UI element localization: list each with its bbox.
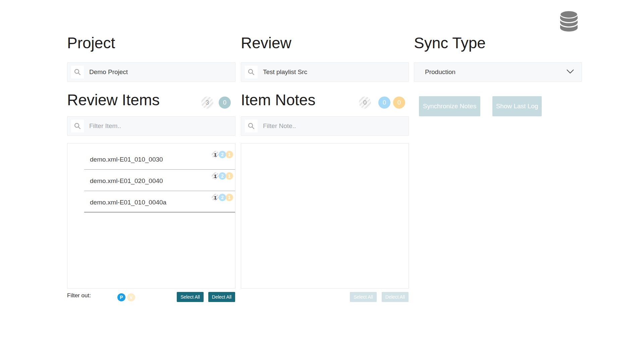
project-search-input[interactable]	[84, 63, 235, 81]
review-search-input[interactable]	[258, 63, 409, 81]
item-version-count-badge: 1	[226, 194, 233, 201]
database-icon	[559, 10, 578, 34]
search-icon	[245, 120, 258, 132]
item-notes-list	[241, 143, 409, 289]
list-item[interactable]: 1 2 1 demo.xml-E01_010_0030	[84, 148, 235, 170]
sync-type-dropdown[interactable]: Production	[414, 62, 582, 82]
item-publish-count-badge: 2	[219, 194, 226, 201]
filter-publish-toggle[interactable]: P	[117, 293, 125, 301]
item-publish-count-badge: 2	[219, 151, 226, 158]
review-items-list: 1 2 1 demo.xml-E01_010_0030 1 2 1 demo.x…	[67, 143, 235, 289]
notes-delect-all-button[interactable]: Delect All	[382, 292, 409, 302]
sync-type-title: Sync Type	[414, 34, 486, 52]
item-notes-total-badge: 0	[359, 97, 371, 109]
item-version-count-badge: 1	[226, 151, 233, 158]
project-search-field[interactable]	[67, 62, 235, 82]
chevron-down-icon	[566, 69, 574, 75]
item-publish-count-badge: 2	[219, 172, 226, 180]
filter-item-field[interactable]	[67, 116, 235, 136]
item-name: demo.xml-E01_010_0040a	[90, 199, 166, 206]
review-items-selected-badge: 0	[219, 97, 231, 109]
item-name: demo.xml-E01_020_0040	[90, 177, 163, 185]
search-icon	[245, 66, 258, 78]
items-select-all-button[interactable]: Select All	[177, 292, 204, 302]
search-icon	[71, 66, 84, 78]
sync-app-window: Project Review Sync Type Production Revi…	[0, 0, 644, 362]
review-title: Review	[241, 34, 291, 52]
item-total-count-badge: 1	[212, 194, 219, 201]
filter-note-input[interactable]	[258, 117, 409, 135]
filter-item-input[interactable]	[84, 117, 235, 135]
sync-type-selected-value: Production	[425, 68, 455, 76]
synchronize-notes-button[interactable]: Synchronize Notes	[419, 96, 480, 116]
filter-note-field[interactable]	[241, 116, 409, 136]
filter-version-toggle[interactable]: V	[127, 293, 135, 301]
project-title: Project	[67, 34, 115, 52]
list-item[interactable]: 1 2 1 demo.xml-E01_010_0040a	[84, 191, 235, 213]
search-icon	[71, 120, 84, 132]
item-total-count-badge: 1	[212, 172, 219, 180]
item-version-count-badge: 1	[226, 172, 233, 180]
list-item[interactable]: 1 2 1 demo.xml-E01_020_0040	[84, 170, 235, 191]
review-items-total-badge: 3	[201, 97, 213, 109]
review-items-title: Review Items	[67, 91, 160, 109]
item-notes-title: Item Notes	[241, 91, 315, 109]
show-last-log-button[interactable]: Show Last Log	[492, 96, 542, 116]
item-notes-version-badge: 0	[393, 97, 405, 109]
item-notes-publish-badge: 0	[378, 97, 390, 109]
items-delect-all-button[interactable]: Delect All	[208, 292, 235, 302]
item-name: demo.xml-E01_010_0030	[90, 156, 163, 163]
filter-out-label: Filter out:	[67, 292, 91, 299]
item-total-count-badge: 1	[212, 151, 219, 158]
review-search-field[interactable]	[241, 62, 409, 82]
notes-select-all-button[interactable]: Select All	[350, 292, 377, 302]
